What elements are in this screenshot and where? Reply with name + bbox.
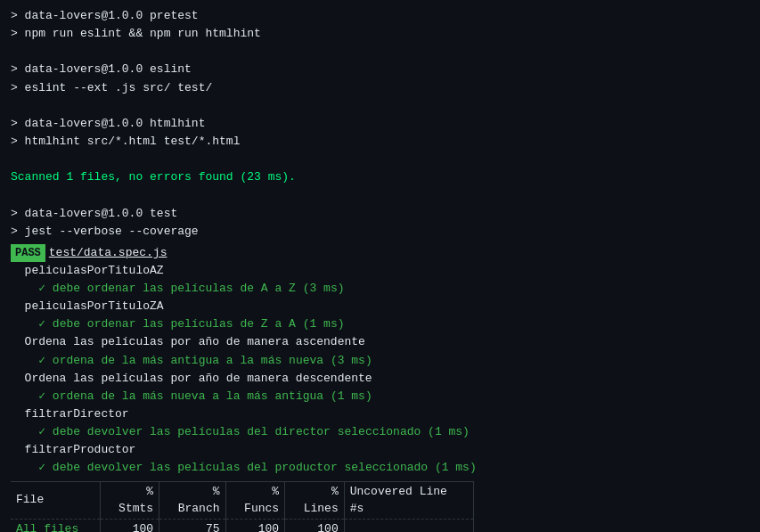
all-files-uncovered: [344, 519, 473, 532]
blank-3: [11, 151, 749, 168]
terminal: > data-lovers@1.0.0 pretest > npm run es…: [0, 0, 760, 532]
test-suite-filtrar-productor: filtrarProductor ✓ debe devolver las pel…: [11, 441, 749, 477]
cmd-line-3: > data-lovers@1.0.0 eslint: [11, 61, 749, 78]
all-files-file: All files: [11, 519, 100, 532]
test-file-path: test/data.spec.js: [49, 244, 168, 262]
col-branch: % Branch: [159, 481, 225, 519]
test-check: ✓ ordena de la más nueva a la más antigu…: [11, 388, 749, 405]
suite-name: Ordena las películas por año de manera a…: [11, 333, 749, 351]
test-suite-year-desc: Ordena las películas por año de manera d…: [11, 370, 749, 405]
blank-1: [11, 43, 749, 61]
col-funcs: % Funcs: [225, 481, 285, 519]
suite-name: filtrarDirector: [11, 405, 749, 423]
test-check: ✓ debe ordenar las películas de A a Z (3…: [11, 280, 749, 298]
coverage-all-files-row: All files 100 75 100 100: [11, 519, 474, 532]
test-check: ✓ debe devolver las películas del produc…: [11, 459, 749, 477]
test-suite-year-asc: Ordena las películas por año de manera a…: [11, 333, 749, 369]
suite-name: Ordena las películas por año de manera d…: [11, 370, 749, 388]
test-suite-filtrar-director: filtrarDirector ✓ debe devolver las pelí…: [11, 405, 749, 441]
col-uncovered: Uncovered Line #s: [344, 481, 473, 519]
cmd-line-5: > data-lovers@1.0.0 htmlhint: [11, 115, 749, 133]
test-suite-peliculasPorTituloZA: peliculasPorTituloZA ✓ debe ordenar las …: [11, 298, 749, 333]
suite-name: filtrarProductor: [11, 441, 749, 459]
test-check: ✓ debe devolver las películas del direct…: [11, 423, 749, 441]
test-suite-peliculasPorTituloAZ: peliculasPorTituloAZ ✓ debe ordenar las …: [11, 262, 749, 298]
suite-name: peliculasPorTituloZA: [11, 298, 749, 315]
cmd-line-6: > htmlhint src/*.html test/*.html: [11, 133, 749, 151]
pass-badge: PASS: [11, 244, 45, 262]
all-files-funcs: 100: [225, 519, 285, 532]
test-check: ✓ debe ordenar las películas de Z a A (1…: [11, 315, 749, 333]
cmd-line-8: > jest --verbose --coverage: [11, 223, 749, 241]
pass-line: PASS test/data.spec.js: [11, 244, 749, 262]
cmd-line-4: > eslint --ext .js src/ test/: [11, 79, 749, 97]
cmd-line-1: > data-lovers@1.0.0 pretest: [11, 7, 749, 25]
test-check: ✓ ordena de la más antigua a la más nuev…: [11, 352, 749, 370]
cmd-line-7: > data-lovers@1.0.0 test: [11, 205, 749, 223]
blank-4: [11, 186, 749, 204]
all-files-stmts: 100: [100, 519, 159, 532]
col-stmts: % Stmts: [100, 481, 159, 519]
coverage-table: File % Stmts % Branch % Funcs % Lines Un…: [11, 481, 474, 532]
col-file: File: [11, 481, 100, 519]
col-lines: % Lines: [285, 481, 345, 519]
scan-result: Scanned 1 files, no errors found (23 ms)…: [11, 168, 749, 186]
all-files-branch: 75: [159, 519, 225, 532]
cmd-line-2: > npm run eslint && npm run htmlhint: [11, 25, 749, 43]
blank-2: [11, 97, 749, 115]
suite-name: peliculasPorTituloAZ: [11, 262, 749, 280]
all-files-lines: 100: [285, 519, 345, 532]
